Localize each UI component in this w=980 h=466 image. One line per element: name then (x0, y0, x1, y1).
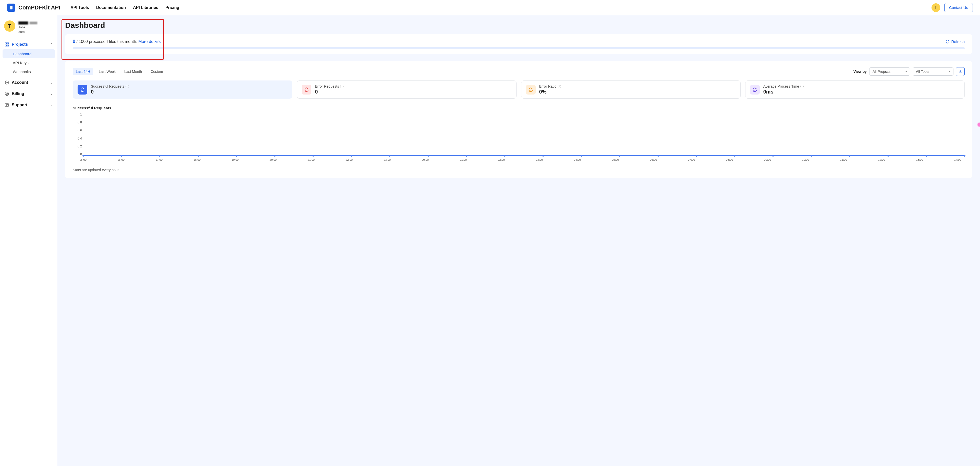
refresh-label: Refresh (951, 39, 965, 44)
nav-documentation[interactable]: Documentation (96, 5, 126, 10)
x-tick-label: 05:00 (612, 158, 619, 161)
nav-api-libraries[interactable]: API Libraries (133, 5, 158, 10)
chart-data-point (312, 155, 314, 156)
chart-plot-area (83, 114, 965, 156)
x-tick-label: 10:00 (802, 158, 809, 161)
contact-us-button[interactable]: Contact Us (944, 3, 973, 12)
svg-point-5 (6, 82, 8, 83)
x-tick-label: 13:00 (916, 158, 923, 161)
stat-successful-requests[interactable]: Successful Requestsi 0 (73, 80, 292, 99)
x-tick-label: 18:00 (193, 158, 200, 161)
chart-title: Successful Requests (73, 106, 965, 110)
x-tick-label: 22:00 (345, 158, 353, 161)
sidebar: T Jolie. com Projects ⌃ Dashboard API Ke… (0, 15, 57, 466)
y-tick-label: 0.6 (78, 129, 82, 132)
projects-select[interactable]: All Projects (869, 67, 910, 76)
x-tick-label: 23:00 (383, 158, 391, 161)
range-custom[interactable]: Custom (148, 68, 166, 75)
edge-widget-icon[interactable] (977, 123, 980, 127)
svg-rect-2 (5, 45, 6, 46)
x-tick-label: 09:00 (764, 158, 771, 161)
chart-x-axis: 15:0016:0017:0018:0019:0020:0021:0022:00… (83, 158, 965, 161)
x-tick-label: 04:00 (574, 158, 581, 161)
y-tick-label: 0 (80, 153, 82, 156)
stat-avg-process-time[interactable]: Average Process Timei 0ms (745, 80, 965, 99)
nav-pricing[interactable]: Pricing (165, 5, 179, 10)
quota-text: 0 / 1000 processed files this month. Mor… (73, 39, 161, 44)
stats-row: Successful Requestsi 0 Error Requestsi 0 (73, 80, 965, 99)
top-nav: API Tools Documentation API Libraries Pr… (70, 5, 179, 10)
stat-avg-value: 0ms (763, 89, 804, 95)
info-icon[interactable]: i (340, 85, 344, 88)
brand-logo-icon (7, 3, 15, 12)
download-button[interactable] (956, 67, 965, 76)
x-tick-label: 19:00 (231, 158, 239, 161)
sidebar-section-account[interactable]: Account ⌄ (3, 78, 55, 88)
filter-bar: Last 24H Last Week Last Month Custom Vie… (73, 67, 965, 76)
sidebar-section-support[interactable]: Support ⌄ (3, 100, 55, 110)
tools-select[interactable]: All Tools (913, 67, 953, 76)
stats-card: Last 24H Last Week Last Month Custom Vie… (65, 61, 972, 178)
sidebar-projects-label: Projects (12, 42, 28, 47)
sidebar-section-billing[interactable]: Billing ⌄ (3, 89, 55, 99)
range-last-month[interactable]: Last Month (121, 68, 145, 75)
chart-data-point (926, 155, 927, 156)
main-content: Dashboard 0 / 1000 processed files this … (57, 15, 980, 466)
chart-data-point (428, 155, 429, 156)
chart-data-point (696, 155, 697, 156)
x-tick-label: 14:00 (954, 158, 961, 161)
chart-data-point (849, 155, 850, 156)
sidebar-section-projects[interactable]: Projects ⌃ (3, 40, 55, 49)
more-details-link[interactable]: More details (138, 39, 161, 44)
chart-data-point (811, 155, 812, 156)
info-icon[interactable]: i (126, 85, 129, 88)
refresh-button[interactable]: Refresh (945, 39, 965, 44)
x-tick-label: 21:00 (307, 158, 315, 161)
sidebar-user-block: T Jolie. com (3, 21, 55, 40)
chart-line-series (83, 155, 965, 156)
sync-icon (750, 85, 760, 94)
page-title: Dashboard (65, 21, 972, 30)
x-tick-label: 01:00 (460, 158, 467, 161)
info-icon[interactable]: i (800, 85, 803, 88)
account-icon (5, 80, 9, 85)
download-icon (958, 70, 963, 73)
range-last-24h[interactable]: Last 24H (73, 68, 93, 75)
stat-avg-label: Average Process Timei (763, 84, 804, 88)
quota-total-text: 1000 processed files this month. (79, 39, 138, 44)
quota-progress-bar (73, 47, 965, 49)
sidebar-item-api-keys[interactable]: API Keys (3, 58, 55, 67)
range-last-week[interactable]: Last Week (96, 68, 119, 75)
user-domain-partial: com (18, 30, 37, 34)
sidebar-item-webhooks[interactable]: Webhooks (3, 67, 55, 76)
svg-rect-1 (7, 43, 9, 44)
y-tick-label: 0.4 (78, 137, 82, 140)
x-tick-label: 15:00 (80, 158, 86, 161)
x-tick-label: 20:00 (269, 158, 277, 161)
stat-error-ratio[interactable]: Error Ratioi 0% (521, 80, 741, 99)
chevron-down-icon: ⌄ (50, 92, 53, 96)
support-icon (5, 103, 9, 107)
chart-data-point (964, 155, 966, 156)
chart-data-point (504, 155, 506, 156)
successful-requests-chart: 10.80.60.40.20 15:0016:0017:0018:0019:00… (74, 113, 965, 161)
x-tick-label: 02:00 (498, 158, 505, 161)
y-tick-label: 0.8 (78, 121, 82, 124)
nav-api-tools[interactable]: API Tools (70, 5, 89, 10)
sidebar-item-dashboard[interactable]: Dashboard (3, 49, 55, 58)
stat-error-requests[interactable]: Error Requestsi 0 (297, 80, 516, 99)
stat-error-label: Error Requestsi (315, 84, 344, 88)
refresh-icon (945, 40, 950, 44)
chevron-down-icon: ⌄ (50, 103, 53, 107)
sync-icon (302, 85, 311, 94)
x-tick-label: 12:00 (878, 158, 885, 161)
chart-y-axis: 10.80.60.40.20 (74, 113, 82, 156)
user-avatar-small[interactable]: T (932, 3, 940, 12)
x-tick-label: 06:00 (650, 158, 657, 161)
info-icon[interactable]: i (558, 85, 561, 88)
chevron-up-icon: ⌃ (50, 43, 53, 46)
stat-successful-label: Successful Requestsi (91, 84, 129, 88)
quota-current-value: 0 (73, 39, 75, 44)
chart-data-point (619, 155, 620, 156)
stat-successful-value: 0 (91, 89, 129, 95)
